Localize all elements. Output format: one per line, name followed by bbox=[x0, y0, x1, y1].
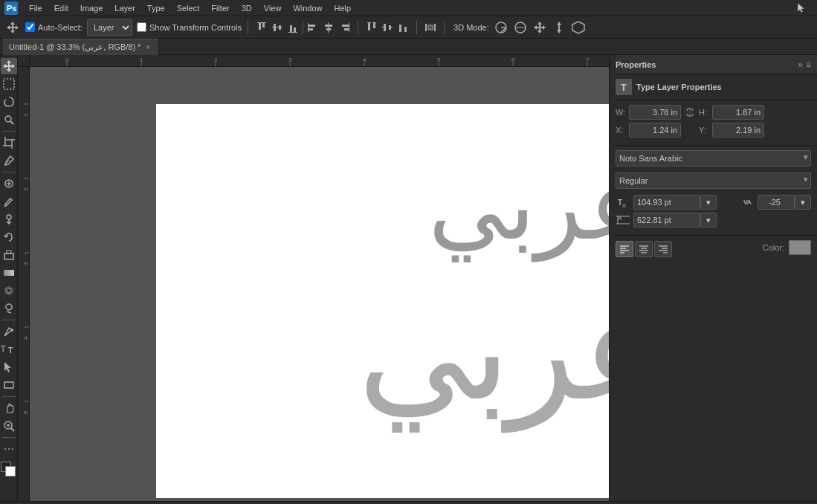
svg-rect-32 bbox=[425, 24, 427, 31]
distribute-vertical-centers-icon[interactable] bbox=[380, 20, 395, 35]
distribute-spacing-h-icon[interactable] bbox=[423, 20, 438, 35]
more-tools-button[interactable]: ⋯ bbox=[1, 441, 17, 457]
menu-type[interactable]: Type bbox=[142, 2, 170, 14]
clone-stamp-tool[interactable] bbox=[1, 211, 17, 227]
align-bottom-edges-icon[interactable] bbox=[285, 20, 300, 35]
marquee-tool[interactable] bbox=[1, 76, 17, 92]
svg-rect-10 bbox=[288, 32, 297, 33]
separator-4 bbox=[416, 21, 417, 34]
type-layer-icon: T bbox=[616, 79, 632, 95]
align-vertical-centers-icon[interactable] bbox=[270, 20, 285, 35]
menu-3d[interactable]: 3D bbox=[236, 2, 257, 14]
heal-tool[interactable] bbox=[1, 175, 17, 192]
auto-select-dropdown[interactable]: Layer Group bbox=[87, 19, 132, 36]
x-input[interactable] bbox=[629, 123, 681, 138]
pen-tool[interactable] bbox=[1, 323, 17, 340]
menu-help[interactable]: Help bbox=[329, 2, 357, 14]
svg-rect-14 bbox=[309, 25, 315, 27]
align-left-edges-icon[interactable] bbox=[306, 20, 320, 35]
w-input[interactable] bbox=[629, 105, 681, 120]
font-style-select[interactable]: Regular Bold Italic bbox=[616, 172, 811, 189]
kerning-dropdown[interactable]: ▾ bbox=[795, 195, 811, 210]
crop-tool[interactable] bbox=[1, 135, 17, 151]
align-right-btn[interactable] bbox=[654, 241, 672, 257]
menu-file[interactable]: File bbox=[24, 2, 48, 14]
menu-view[interactable]: View bbox=[259, 2, 287, 14]
align-top-edges-icon[interactable] bbox=[254, 20, 269, 35]
menu-filter[interactable]: Filter bbox=[206, 2, 234, 14]
blur-tool[interactable] bbox=[1, 282, 17, 299]
3d-pan-icon[interactable] bbox=[532, 20, 547, 35]
brush-tool[interactable] bbox=[1, 193, 17, 210]
hand-tool[interactable] bbox=[1, 400, 17, 416]
menu-select[interactable]: Select bbox=[172, 2, 205, 14]
font-size-dropdown[interactable]: ▾ bbox=[700, 195, 717, 210]
svg-rect-8 bbox=[274, 24, 276, 31]
transform-controls-checkbox[interactable]: Show Transform Controls bbox=[137, 22, 242, 32]
svg-rect-69 bbox=[30, 55, 609, 67]
align-left-btn[interactable] bbox=[616, 241, 633, 257]
ruler-corner bbox=[18, 55, 30, 67]
move-tool-icon[interactable] bbox=[4, 19, 21, 36]
3d-scale-icon[interactable] bbox=[571, 20, 586, 35]
leading-input[interactable] bbox=[633, 213, 700, 227]
menu-layer[interactable]: Layer bbox=[109, 2, 141, 14]
move-tool[interactable] bbox=[1, 58, 17, 74]
leading-dropdown[interactable]: ▾ bbox=[700, 213, 717, 227]
distribute-bottom-edges-icon[interactable] bbox=[395, 20, 410, 35]
tab-close-button[interactable]: × bbox=[143, 42, 152, 51]
svg-rect-5 bbox=[259, 23, 261, 30]
path-select-tool[interactable] bbox=[1, 359, 17, 375]
menu-window[interactable]: Window bbox=[288, 2, 327, 14]
type-tool[interactable]: T T bbox=[1, 341, 17, 358]
ps-logo: Ps bbox=[3, 0, 19, 16]
document-tab[interactable]: Untitled-1 @ 33.3% (عربي, RGB/8) * × bbox=[3, 39, 159, 55]
eyedropper-tool[interactable] bbox=[1, 152, 17, 169]
fg-bg-colors[interactable] bbox=[1, 462, 17, 478]
svg-rect-29 bbox=[389, 25, 391, 30]
white-canvas: عربي عربي bbox=[156, 104, 609, 498]
align-right-edges-icon[interactable] bbox=[337, 20, 352, 35]
main-area: T T ⋯ bbox=[0, 55, 817, 501]
color-swatch[interactable] bbox=[789, 240, 811, 255]
tool-separator-2 bbox=[2, 172, 16, 172]
link-proportions-icon[interactable] bbox=[684, 106, 696, 118]
distribute-top-edges-icon[interactable] bbox=[364, 20, 379, 35]
3d-slide-icon[interactable] bbox=[552, 20, 566, 35]
h-input[interactable] bbox=[712, 105, 764, 120]
svg-rect-25 bbox=[373, 23, 375, 28]
kerning-input[interactable] bbox=[758, 195, 795, 210]
xy-row: X: Y: bbox=[616, 123, 811, 138]
kerning-input-wrapper: ▾ bbox=[758, 195, 811, 210]
dodge-tool[interactable] bbox=[1, 300, 17, 317]
menu-edit[interactable]: Edit bbox=[49, 2, 74, 14]
alignment-icons bbox=[254, 20, 352, 35]
panel-collapse-icon[interactable]: » bbox=[798, 59, 803, 70]
align-center-btn[interactable] bbox=[635, 241, 653, 257]
separator-5 bbox=[444, 21, 445, 34]
panel-scrollbar[interactable] bbox=[610, 55, 616, 501]
align-horizontal-centers-icon[interactable] bbox=[321, 20, 336, 35]
font-size-input[interactable] bbox=[633, 195, 700, 210]
panel-menu-icon[interactable]: ≡ bbox=[806, 59, 811, 70]
eraser-tool[interactable] bbox=[1, 247, 17, 263]
gradient-tool[interactable] bbox=[1, 265, 17, 281]
svg-rect-64 bbox=[4, 382, 13, 388]
y-input[interactable] bbox=[712, 123, 764, 138]
menu-image[interactable]: Image bbox=[75, 2, 109, 14]
3d-roll-icon[interactable] bbox=[513, 20, 528, 35]
svg-rect-42 bbox=[4, 79, 14, 89]
auto-select-checkbox[interactable]: Auto-Select: bbox=[25, 22, 83, 32]
history-brush-tool[interactable] bbox=[1, 229, 17, 245]
transform-controls-input[interactable] bbox=[137, 22, 146, 32]
shape-tool[interactable] bbox=[1, 377, 17, 393]
zoom-tool[interactable] bbox=[1, 418, 17, 434]
3d-rotate-icon[interactable] bbox=[494, 20, 508, 35]
font-size-row: T A ▾ VA ▾ bbox=[616, 195, 811, 210]
svg-rect-16 bbox=[328, 22, 329, 33]
quick-select-tool[interactable] bbox=[1, 112, 17, 128]
auto-select-input[interactable] bbox=[25, 22, 35, 32]
lasso-tool[interactable] bbox=[1, 94, 17, 110]
svg-point-59 bbox=[6, 304, 12, 310]
font-family-select[interactable]: Noto Sans Arabic bbox=[616, 150, 811, 167]
